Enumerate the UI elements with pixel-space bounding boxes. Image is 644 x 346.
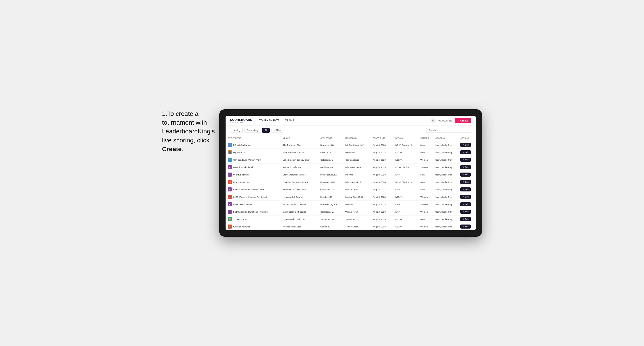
cell-city-11: Marion, IL: [318, 223, 343, 230]
cell-actions-4: ✎ Edit: [458, 171, 476, 178]
edit-button-8[interactable]: ✎ Edit: [460, 202, 471, 206]
all-filter-btn[interactable]: All: [262, 128, 270, 133]
cell-venue-7: Hesston Golf Course: [280, 193, 318, 201]
event-name-text-0: MSMC Qualifying 1: [233, 144, 252, 146]
cell-division-1: NJCAA I: [393, 149, 418, 156]
cell-actions-1: ✎ Edit: [458, 149, 476, 156]
edit-button-6[interactable]: ✎ Edit: [460, 187, 471, 191]
edit-button-4[interactable]: ✎ Edit: [460, 173, 471, 176]
cell-scoring-3: team, Stroke Play: [433, 164, 458, 171]
edit-button-10[interactable]: ✎ Edit: [460, 217, 471, 221]
cell-event-10: 🎯 VU PREVIEW: [226, 215, 280, 223]
filter-bar: Hosting Competing All ≡ Filter: [226, 126, 476, 135]
col-header-venue: VENUE: [280, 135, 318, 141]
edit-button-2[interactable]: ✎ Edit: [460, 158, 471, 162]
annotation-line4: live scoring, click: [162, 137, 209, 144]
cell-gender-0: Men: [418, 141, 433, 149]
cell-gender-2: Women: [418, 156, 433, 164]
tab-teams[interactable]: TEAMS: [285, 118, 294, 123]
col-header-date: START DATE: [371, 135, 393, 141]
team-icon-5: 🦊: [228, 180, 232, 184]
cell-gender-8: Women: [418, 201, 433, 208]
cell-date-6: Aug 28, 2023: [371, 186, 393, 193]
team-icon-11: 🐉: [228, 224, 232, 229]
cell-event-4: 🦅 UPIKE Fall Invite: [226, 171, 280, 178]
cell-city-3: Faribault, MN: [318, 164, 343, 171]
cell-scoring-5: team, Stroke Play: [433, 178, 458, 186]
search-input[interactable]: [426, 128, 471, 133]
annotation-bold: Create: [162, 146, 182, 153]
cell-venue-0: The Powelton Club: [280, 141, 318, 149]
team-icon-2: 🏌: [228, 158, 232, 162]
edit-button-11[interactable]: ✎ Edit: [460, 224, 471, 229]
cell-actions-7: ✎ Edit: [458, 193, 476, 201]
cell-date-4: Aug 28, 2023: [371, 171, 393, 178]
cell-event-3: 🦅 Maverick Invitational: [226, 164, 280, 171]
cell-city-5: Deerwood, MN: [318, 178, 343, 186]
cell-gender-7: Women: [418, 193, 433, 201]
hosting-filter-btn[interactable]: Hosting: [230, 128, 243, 133]
col-header-gender: GENDER: [418, 135, 433, 141]
tab-tournaments[interactable]: TOURNAMENTS: [259, 118, 280, 123]
event-name-text-7: 2023 Women's Hesston Fall Kickoff: [233, 196, 267, 198]
edit-button-3[interactable]: ✎ Edit: [460, 165, 471, 169]
cell-city-1: Freeport, IL: [318, 149, 343, 156]
cell-scoring-10: team, Stroke Play: [433, 215, 458, 223]
cell-hosted-8: Pikeville: [343, 201, 371, 208]
cell-actions-3: ✎ Edit: [458, 164, 476, 171]
cell-event-7: 🐻 2023 Women's Hesston Fall Kickoff: [226, 193, 280, 201]
cell-hosted-10: Vincennes: [343, 215, 371, 223]
annotation-line1: 1.To create a: [162, 110, 198, 117]
cell-division-5: NCAA Division III: [393, 178, 418, 186]
cell-event-9: 🦅 Fall Statesmen Invitational - Women: [226, 208, 280, 215]
cell-gender-6: Men: [418, 186, 433, 193]
col-header-division: DIVISION: [393, 135, 418, 141]
settings-icon[interactable]: ⚙: [430, 118, 436, 123]
competing-filter-btn[interactable]: Competing: [244, 128, 260, 133]
event-name-text-4: UPIKE Fall Invite: [233, 173, 250, 176]
user-text: Test User | Sign: [437, 120, 453, 122]
table-row: 🦅 Fall Statesmen Invitational - Men Edmu…: [226, 186, 476, 193]
cell-date-9: Aug 28, 2023: [371, 208, 393, 215]
edit-button-1[interactable]: ✎ Edit: [460, 150, 471, 154]
event-name-text-8: upike fall invitational: [233, 203, 252, 206]
cell-venue-6: Edmundson Golf Course: [280, 186, 318, 193]
table-row: 🦅 Fall Statesmen Invitational - Women Ed…: [226, 208, 476, 215]
cell-scoring-2: team, Stroke Play: [433, 156, 458, 164]
col-header-event: EVENT NAME: [226, 135, 280, 141]
cell-scoring-4: team, Stroke Play: [433, 171, 458, 178]
annotation-line2: tournament with: [162, 119, 207, 126]
table-row: 🏌 MSMC Qualifying 1 The Powelton Club Ne…: [226, 141, 476, 149]
edit-button-5[interactable]: ✎ Edit: [460, 180, 471, 184]
filter-options-btn[interactable]: ≡ Filter: [272, 128, 284, 133]
tablet-screen: SCOREBOARD Powered by Clippit TOURNAMENT…: [226, 116, 476, 230]
cell-city-10: Vincennes, IN: [318, 215, 343, 223]
logo-text: SCOREBOARD: [230, 118, 252, 122]
cell-venue-4: StoneCrest Golf Course: [280, 171, 318, 178]
annotation-block: 1.To create a tournament with Leaderboar…: [162, 109, 215, 154]
cell-division-2: NJCAA I: [393, 156, 418, 164]
team-icon-10: 🎯: [228, 217, 232, 221]
edit-button-7[interactable]: ✎ Edit: [460, 195, 471, 199]
cell-gender-3: Women: [418, 164, 433, 171]
edit-button-9[interactable]: ✎ Edit: [460, 210, 471, 214]
cell-scoring-9: team, Stroke Play: [433, 208, 458, 215]
table-body: 🏌 MSMC Qualifying 1 The Powelton Club Ne…: [226, 141, 476, 230]
cell-division-11: NJCAA I: [393, 223, 418, 230]
cell-hosted-11: John A Logan: [343, 223, 371, 230]
event-name-text-5: Morris Invitational: [233, 181, 250, 183]
cell-division-3: NCAA Division II: [393, 164, 418, 171]
cell-event-11: 🐉 Klash at Kokopelli: [226, 223, 280, 230]
team-icon-1: 👤: [228, 150, 232, 154]
cell-venue-2: Lake Bracken Country Club: [280, 156, 318, 164]
col-header-hosted: HOSTED BY: [343, 135, 371, 141]
cell-gender-1: Men: [418, 149, 433, 156]
cell-actions-9: ✎ Edit: [458, 208, 476, 215]
edit-button-0[interactable]: ✎ Edit: [460, 143, 471, 147]
cell-venue-9: Edmundson Golf Course: [280, 208, 318, 215]
create-button[interactable]: + Create: [455, 118, 471, 123]
table-row: 🎯 VU PREVIEW Cypress Hills Golf Club Vin…: [226, 215, 476, 223]
cell-division-7: NJCAA II: [393, 193, 418, 201]
event-name-text-2: Carl Sandburg Women FA23: [233, 159, 260, 161]
team-icon-9: 🦅: [228, 210, 232, 214]
